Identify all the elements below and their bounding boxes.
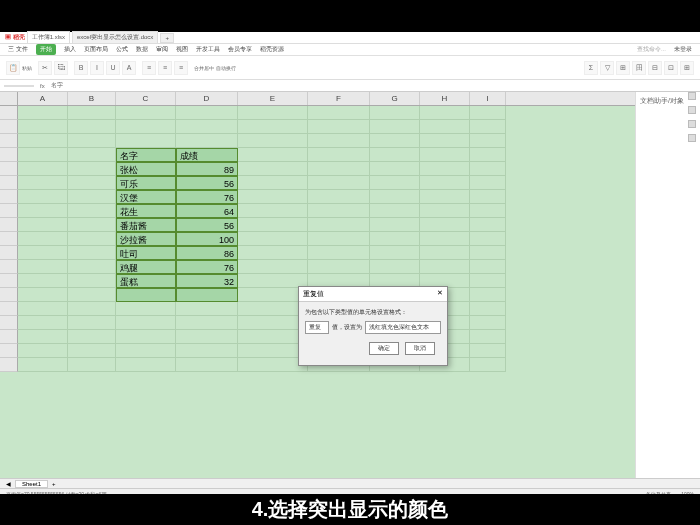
align-center-icon[interactable]: ≡ [158, 61, 172, 75]
cell[interactable] [370, 218, 420, 232]
cell[interactable] [176, 106, 238, 120]
name-box[interactable] [4, 85, 34, 87]
cell[interactable] [420, 232, 470, 246]
cell[interactable] [370, 148, 420, 162]
find-icon[interactable]: ⊞ [680, 61, 694, 75]
doc-tab-1[interactable]: 工作簿1.xlsx [27, 31, 70, 44]
cell[interactable] [238, 162, 308, 176]
cell[interactable]: 89 [176, 162, 238, 176]
cell[interactable] [470, 120, 506, 134]
cell[interactable] [420, 176, 470, 190]
cell[interactable] [68, 120, 116, 134]
row-header[interactable] [0, 148, 18, 162]
cell[interactable]: 沙拉酱 [116, 232, 176, 246]
cell[interactable] [176, 316, 238, 330]
cell[interactable] [68, 260, 116, 274]
row-header[interactable] [0, 134, 18, 148]
ok-button[interactable]: 确定 [369, 342, 399, 355]
cell[interactable] [470, 330, 506, 344]
cell[interactable] [308, 176, 370, 190]
cancel-button[interactable]: 取消 [405, 342, 435, 355]
tab-review[interactable]: 审阅 [156, 45, 168, 54]
align-right-icon[interactable]: ≡ [174, 61, 188, 75]
side-icon-4[interactable] [688, 134, 696, 142]
cell[interactable] [420, 120, 470, 134]
cell[interactable] [308, 190, 370, 204]
cell[interactable] [238, 232, 308, 246]
cell[interactable] [116, 358, 176, 372]
cell[interactable]: 成绩 [176, 148, 238, 162]
col-header-c[interactable]: C [116, 92, 176, 105]
row-header[interactable] [0, 288, 18, 302]
cell[interactable] [116, 344, 176, 358]
cell[interactable] [18, 358, 68, 372]
cell[interactable] [470, 106, 506, 120]
cell[interactable] [68, 148, 116, 162]
cell[interactable] [176, 288, 238, 302]
type-dropdown[interactable]: 重复 [305, 321, 329, 334]
row-header[interactable] [0, 232, 18, 246]
cell[interactable] [18, 204, 68, 218]
cell[interactable]: 花生 [116, 204, 176, 218]
cell[interactable] [420, 204, 470, 218]
cell[interactable] [370, 176, 420, 190]
cell[interactable] [238, 190, 308, 204]
cell[interactable] [370, 190, 420, 204]
cell[interactable] [18, 190, 68, 204]
tab-dev[interactable]: 开发工具 [196, 45, 220, 54]
col-header-b[interactable]: B [68, 92, 116, 105]
format-icon[interactable]: 田 [632, 61, 646, 75]
col-header-i[interactable]: I [470, 92, 506, 105]
cell[interactable] [370, 162, 420, 176]
cell[interactable] [308, 162, 370, 176]
tab-start[interactable]: 开始 [36, 44, 56, 55]
cell[interactable]: 32 [176, 274, 238, 288]
cell[interactable] [176, 120, 238, 134]
row-header[interactable] [0, 106, 18, 120]
col-header-h[interactable]: H [420, 92, 470, 105]
copy-icon[interactable]: ⿻ [54, 61, 68, 75]
search-box[interactable]: 查找命令... [637, 45, 666, 54]
cell[interactable] [238, 204, 308, 218]
cell[interactable] [308, 148, 370, 162]
cell[interactable]: 蛋糕 [116, 274, 176, 288]
sum-icon[interactable]: Σ [584, 61, 598, 75]
col-header-e[interactable]: E [238, 92, 308, 105]
fx-icon[interactable]: fx [40, 83, 45, 89]
cell[interactable] [176, 344, 238, 358]
cell[interactable] [116, 106, 176, 120]
cell[interactable] [238, 260, 308, 274]
filter-icon[interactable]: ⊞ [616, 61, 630, 75]
cell[interactable]: 番茄酱 [116, 218, 176, 232]
cell[interactable] [370, 232, 420, 246]
cell[interactable] [238, 148, 308, 162]
cell[interactable] [470, 302, 506, 316]
add-sheet-btn[interactable]: + [52, 481, 56, 487]
cell[interactable] [18, 302, 68, 316]
cell[interactable] [176, 358, 238, 372]
cell[interactable] [68, 288, 116, 302]
cell[interactable] [470, 232, 506, 246]
select-all-corner[interactable] [0, 92, 18, 105]
row-header[interactable] [0, 162, 18, 176]
merge-label[interactable]: 合并居中 [194, 65, 214, 71]
cell[interactable] [68, 302, 116, 316]
cell[interactable] [116, 120, 176, 134]
cell[interactable] [238, 134, 308, 148]
row-header[interactable] [0, 204, 18, 218]
underline-icon[interactable]: U [106, 61, 120, 75]
cell[interactable] [176, 134, 238, 148]
align-left-icon[interactable]: ≡ [142, 61, 156, 75]
italic-icon[interactable]: I [90, 61, 104, 75]
cell[interactable] [420, 106, 470, 120]
side-icon-3[interactable] [688, 120, 696, 128]
doc-tab-2[interactable]: excel突出显示怎么设置.docx [72, 31, 158, 44]
side-icon-2[interactable] [688, 106, 696, 114]
row-header[interactable] [0, 302, 18, 316]
cell[interactable] [18, 274, 68, 288]
sheet-tab-1[interactable]: Sheet1 [15, 480, 48, 488]
row-header[interactable] [0, 330, 18, 344]
row-header[interactable] [0, 218, 18, 232]
tab-tools[interactable]: 会员专享 [228, 45, 252, 54]
cell[interactable] [18, 246, 68, 260]
